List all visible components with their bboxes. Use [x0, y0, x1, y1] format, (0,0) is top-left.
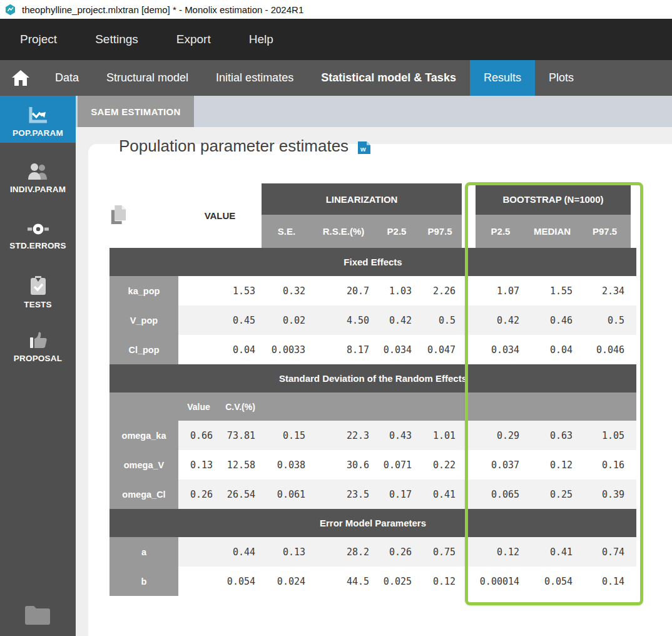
table-row: V_pop0.450.024.500.420.50.420.460.5	[109, 305, 636, 335]
column-gap	[462, 335, 476, 364]
word-export-icon[interactable]: w	[357, 138, 371, 155]
tab-data[interactable]: Data	[41, 60, 93, 96]
project-folder-button[interactable]	[0, 605, 76, 626]
thumbs-up-icon	[29, 331, 48, 349]
value-cell: 0.45	[178, 305, 262, 335]
bootstrap-p25-cell: 0.037	[476, 450, 526, 480]
tab-results[interactable]: Results	[470, 60, 535, 96]
sidebar-item-indiv-param[interactable]: INDIV.PARAM	[0, 152, 76, 199]
table-row: ka_pop1.530.3220.71.032.261.071.552.34	[109, 276, 636, 305]
menu-export[interactable]: Export	[176, 33, 211, 46]
row-label-cell: omega_Cl	[109, 480, 178, 509]
table-row: Cl_pop0.040.00338.170.0340.0470.0340.040…	[109, 335, 636, 364]
rse-cell: 28.2	[312, 537, 375, 567]
home-button[interactable]	[0, 60, 41, 96]
tab-statistical-model-tasks[interactable]: Statistical model & Tasks	[307, 60, 470, 96]
p975-cell: 0.22	[418, 450, 462, 480]
col-header-bootstrap-median: MEDIAN	[526, 215, 579, 248]
sidebar-item-proposal[interactable]: PROPOSAL	[0, 321, 76, 368]
se-cell: 0.13	[262, 537, 312, 567]
col-header-se: S.E.	[262, 215, 312, 248]
menu-settings[interactable]: Settings	[95, 33, 138, 46]
col-header-bootstrap-p25: P2.5	[476, 215, 526, 248]
subheader-spacer	[418, 392, 462, 421]
sidebar-item-std-errors[interactable]: STD.ERRORS	[0, 208, 76, 255]
bootstrap-p975-cell: 0.16	[579, 450, 631, 480]
bootstrap-p975-cell: 0.39	[579, 480, 631, 509]
value-cell: 0.66	[178, 421, 219, 450]
population-parameter-table: VALUE LINEARIZATION BOOTSTRAP (N=1000) S…	[109, 183, 636, 596]
page-title-block: Population parameter estimates w	[119, 136, 371, 156]
subheader-spacer	[476, 392, 526, 421]
subtab-saem-estimation[interactable]: SAEM ESTIMATION	[78, 96, 194, 127]
rse-cell: 4.50	[312, 305, 375, 335]
rse-cell: 22.3	[312, 421, 375, 450]
subheader-value: Value	[178, 392, 219, 421]
window-titlebar: theophylline_project.mlxtran [demo] * - …	[0, 0, 672, 19]
bootstrap-median-cell: 0.25	[526, 480, 579, 509]
slider-node-icon	[28, 222, 49, 237]
subheader-spacer	[375, 392, 418, 421]
se-cell: 0.15	[262, 421, 312, 450]
se-cell: 0.32	[262, 276, 312, 305]
menu-help[interactable]: Help	[249, 33, 273, 46]
window-title: theophylline_project.mlxtran [demo] * - …	[22, 4, 303, 15]
column-gap	[631, 335, 636, 364]
bootstrap-p975-cell: 0.74	[579, 537, 631, 567]
tab-plots[interactable]: Plots	[535, 60, 588, 96]
column-gap	[631, 183, 636, 248]
p975-cell: 2.26	[418, 276, 462, 305]
menu-project[interactable]: Project	[20, 33, 57, 46]
section-title: Standard Deviation of the Random Effects	[109, 364, 636, 392]
main-nav: Data Structural model Initial estimates …	[0, 60, 672, 96]
rse-cell: 20.7	[312, 276, 375, 305]
column-gap	[631, 276, 636, 305]
copy-table-icon[interactable]	[109, 205, 127, 225]
tab-initial-estimates[interactable]: Initial estimates	[202, 60, 307, 96]
results-subtab-strip: SAEM ESTIMATION	[76, 96, 672, 127]
column-gap	[462, 392, 476, 421]
linearization-group-header: LINEARIZATION	[262, 183, 462, 215]
bootstrap-median-cell: 0.054	[526, 567, 579, 596]
param-table-body: Fixed Effectska_pop1.530.3220.71.032.261…	[109, 248, 636, 596]
section-header-row: Fixed Effects	[109, 248, 636, 276]
bootstrap-median-cell: 0.46	[526, 305, 579, 335]
bootstrap-group-header: BOOTSTRAP (N=1000)	[476, 183, 631, 215]
value-cell: 0.26	[178, 480, 219, 509]
column-gap	[462, 183, 476, 248]
cv-cell: 12.58	[219, 450, 262, 480]
col-header-rse: R.S.E.(%)	[312, 215, 375, 248]
table-row: omega_V0.1312.580.03830.60.0710.220.0370…	[109, 450, 636, 480]
sidebar-item-label: POP.PARAM	[13, 128, 63, 138]
value-cell: 0.44	[178, 537, 262, 567]
p25-cell: 0.43	[375, 421, 418, 450]
subheader-spacer	[579, 392, 631, 421]
row-label-cell: ka_pop	[109, 276, 178, 305]
cv-cell: 26.54	[219, 480, 262, 509]
p975-cell: 0.75	[418, 537, 462, 567]
p25-cell: 0.025	[375, 567, 418, 596]
p975-cell: 0.12	[418, 567, 462, 596]
column-gap	[631, 480, 636, 509]
se-cell: 0.02	[262, 305, 312, 335]
people-icon	[28, 163, 49, 180]
sidebar-item-tests[interactable]: TESTS	[0, 267, 76, 314]
column-gap	[462, 421, 476, 450]
bootstrap-p975-cell: 1.05	[579, 421, 631, 450]
table-row: a0.440.1328.20.260.750.120.410.74	[109, 537, 636, 567]
monolix-logo-icon	[4, 4, 16, 16]
column-gap	[631, 392, 636, 421]
p25-cell: 0.26	[375, 537, 418, 567]
sidebar-item-label: STD.ERRORS	[9, 241, 66, 250]
column-gap	[462, 305, 476, 335]
bootstrap-p975-cell: 0.14	[579, 567, 631, 596]
rse-cell: 44.5	[312, 567, 375, 596]
row-label-cell: V_pop	[109, 305, 178, 335]
table-row: omega_Cl0.2626.540.06123.50.170.410.0650…	[109, 480, 636, 509]
sidebar-item-label: TESTS	[24, 300, 52, 309]
value-column-header: VALUE	[178, 183, 262, 248]
tab-structural-model[interactable]: Structural model	[93, 60, 202, 96]
sidebar-item-pop-param[interactable]: POP.PARAM	[0, 96, 76, 143]
bootstrap-p25-cell: 0.00014	[476, 567, 526, 596]
bootstrap-p25-cell: 0.42	[476, 305, 526, 335]
